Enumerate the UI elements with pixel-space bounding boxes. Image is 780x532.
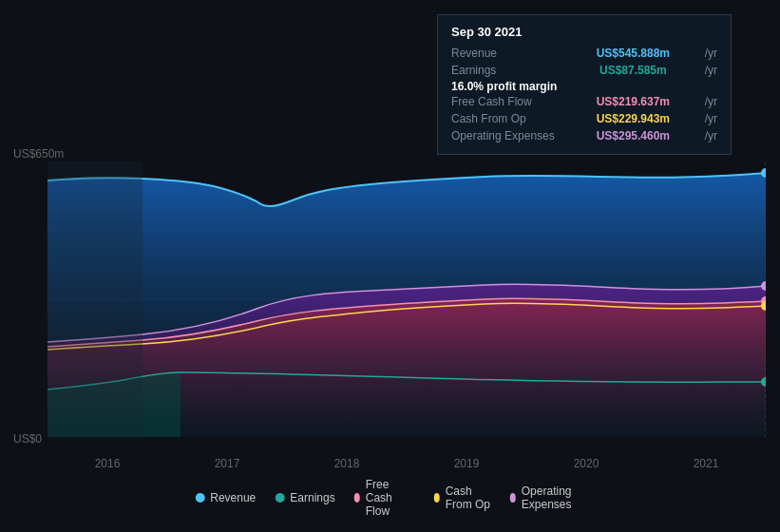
legend-dot-earnings (275, 493, 284, 503)
tooltip-row-fcf: Free Cash Flow US$219.637m /yr (451, 93, 717, 110)
tooltip-row-earnings: Earnings US$87.585m /yr (451, 62, 717, 79)
tooltip-label-opex: Operating Expenses (451, 129, 565, 142)
x-label-2019: 2019 (454, 457, 480, 470)
x-label-2020: 2020 (574, 457, 599, 470)
x-label-2021: 2021 (694, 457, 719, 470)
legend-opex[interactable]: Operating Expenses (510, 484, 585, 511)
x-label-2017: 2017 (215, 457, 240, 470)
legend-label-fcf: Free Cash Flow (366, 478, 415, 518)
tooltip-sub-earnings: 16.0% profit margin (451, 80, 717, 93)
legend-dot-revenue (195, 493, 204, 503)
tooltip-label-revenue: Revenue (451, 47, 565, 60)
tooltip-label-cashop: Cash From Op (451, 112, 565, 125)
legend-label-earnings: Earnings (290, 491, 334, 504)
y-axis-top-label: US$650m (13, 147, 64, 161)
tooltip-value-cashop: US$229.943m (597, 112, 670, 125)
legend-label-opex: Operating Expenses (522, 484, 585, 511)
legend-label-revenue: Revenue (210, 491, 256, 504)
tooltip-row-opex: Operating Expenses US$295.460m /yr (451, 127, 717, 144)
legend-dot-fcf (354, 493, 360, 503)
tooltip-unit-fcf: /yr (705, 95, 717, 108)
tooltip-row-revenue: Revenue US$545.888m /yr (451, 45, 717, 62)
tooltip-unit-cashop: /yr (705, 112, 717, 125)
chart-container: Sep 30 2021 Revenue US$545.888m /yr Earn… (0, 0, 780, 532)
chart-legend: Revenue Earnings Free Cash Flow Cash Fro… (195, 478, 585, 518)
tooltip-unit-opex: /yr (705, 129, 717, 142)
tooltip-row-cashop: Cash From Op US$229.943m /yr (451, 110, 717, 127)
tooltip-label-fcf: Free Cash Flow (451, 95, 565, 108)
legend-cashop[interactable]: Cash From Op (434, 484, 491, 511)
y-axis-bottom-label: US$0 (13, 432, 42, 446)
tooltip-unit-earnings: /yr (705, 64, 717, 77)
x-label-2018: 2018 (334, 457, 360, 470)
tooltip-value-earnings: US$87.585m (599, 64, 667, 77)
svg-rect-3 (48, 162, 143, 437)
legend-earnings[interactable]: Earnings (275, 491, 334, 504)
tooltip-date: Sep 30 2021 (451, 25, 717, 39)
x-axis: 2016 2017 2018 2019 2020 2021 (48, 457, 766, 470)
tooltip-unit-revenue: /yr (705, 47, 717, 60)
legend-dot-opex (510, 493, 516, 503)
legend-revenue[interactable]: Revenue (195, 491, 256, 504)
legend-dot-cashop (434, 493, 440, 503)
x-label-2016: 2016 (95, 457, 121, 470)
tooltip-value-opex: US$295.460m (597, 129, 670, 142)
tooltip-box: Sep 30 2021 Revenue US$545.888m /yr Earn… (437, 14, 732, 155)
main-chart-svg (48, 162, 766, 437)
legend-label-cashop: Cash From Op (446, 484, 491, 511)
legend-fcf[interactable]: Free Cash Flow (354, 478, 415, 518)
tooltip-label-earnings: Earnings (451, 64, 565, 77)
tooltip-value-revenue: US$545.888m (597, 47, 670, 60)
tooltip-value-fcf: US$219.637m (597, 95, 670, 108)
